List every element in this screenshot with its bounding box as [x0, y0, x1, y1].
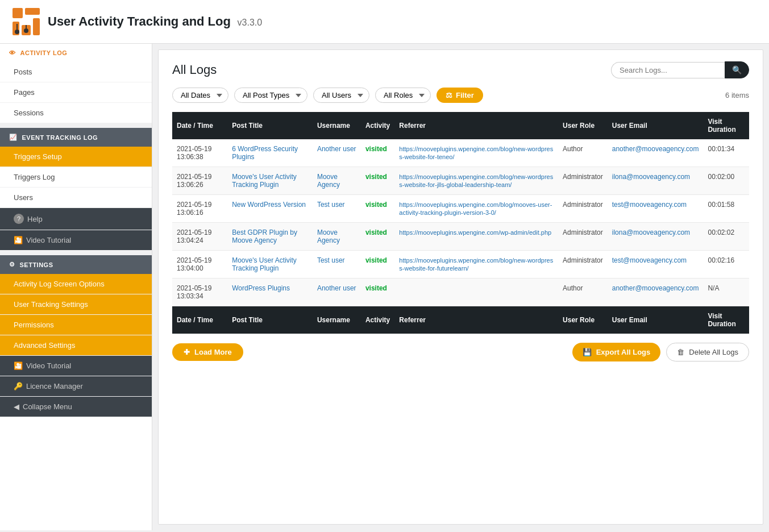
help-icon: ?	[14, 214, 24, 224]
settings-section-header: ⚙ SETTINGS	[0, 255, 152, 274]
cell-referrer[interactable]: https://mooveplugins.wpengine.com/blog/n…	[394, 251, 558, 279]
cell-activity: visited	[361, 139, 394, 167]
video-tutorial-settings-label: Video Tutorial	[26, 361, 71, 370]
col-header-post-title: Post Title	[227, 112, 313, 139]
cell-activity: visited	[361, 279, 394, 306]
table-row: 2021-05-19 13:04:00Moove's User Activity…	[172, 251, 749, 279]
export-label: Export All Logs	[596, 348, 651, 356]
sidebar-item-licence-manager[interactable]: 🔑 Licence Manager	[0, 376, 152, 397]
search-input[interactable]	[611, 62, 725, 78]
cell-activity: visited	[361, 167, 394, 195]
cell-user-email[interactable]: ilona@mooveagency.com	[608, 223, 704, 251]
cell-post-title[interactable]: New WordPress Version	[227, 195, 313, 223]
sidebar-item-advanced-settings[interactable]: Advanced Settings	[0, 335, 152, 356]
cell-username[interactable]: Test user	[313, 195, 361, 223]
delete-icon: 🗑	[677, 348, 684, 356]
col-footer-referrer: Referrer	[394, 306, 558, 334]
activity-label: visited	[365, 284, 387, 292]
sidebar-item-pages[interactable]: Pages	[0, 82, 152, 103]
activity-log-icon: 👁	[9, 49, 16, 56]
filter-roles[interactable]: All Roles	[375, 88, 431, 103]
activity-label: visited	[365, 228, 387, 236]
collapse-icon: ◀	[14, 402, 19, 411]
cell-user-email[interactable]: test@mooveagency.com	[608, 195, 704, 223]
export-button[interactable]: 💾 Export All Logs	[572, 343, 661, 361]
app-header: User Activity Tracking and Log v3.3.0	[0, 0, 769, 44]
table-row: 2021-05-19 13:03:34WordPress PluginsAnot…	[172, 279, 749, 306]
cell-user-role: Administrator	[558, 223, 608, 251]
cell-referrer[interactable]: https://mooveplugins.wpengine.com/blog/m…	[394, 195, 558, 223]
cell-referrer[interactable]: https://mooveplugins.wpengine.com/wp-adm…	[394, 223, 558, 251]
sidebar-item-permissions[interactable]: Permissions	[0, 315, 152, 335]
table-footer-actions: ✚ Load More 💾 Export All Logs 🗑 Delete A…	[172, 343, 749, 361]
sidebar-item-sessions[interactable]: Sessions	[0, 103, 152, 123]
sidebar-item-triggers-setup[interactable]: Triggers Setup	[0, 147, 152, 167]
sidebar-item-help[interactable]: ? Help	[0, 208, 152, 230]
table-body: 2021-05-19 13:06:386 WordPress Security …	[172, 139, 749, 306]
video-icon-settings: 🎦	[14, 361, 23, 370]
load-more-button[interactable]: ✚ Load More	[172, 343, 243, 361]
cell-post-title[interactable]: WordPress Plugins	[227, 279, 313, 306]
cell-user-email[interactable]: another@mooveagency.com	[608, 279, 704, 306]
search-button[interactable]: 🔍	[725, 61, 749, 78]
cell-datetime: 2021-05-19 13:06:16	[172, 195, 227, 223]
cell-username[interactable]: Another user	[313, 279, 361, 306]
cell-post-title[interactable]: 6 WordPress Security Plugins	[227, 139, 313, 167]
cell-referrer[interactable]: https://mooveplugins.wpengine.com/blog/n…	[394, 167, 558, 195]
page-header: All Logs 🔍	[172, 61, 749, 78]
page-title: All Logs	[172, 63, 217, 77]
header-title-group: User Activity Tracking and Log v3.3.0	[48, 14, 262, 29]
filter-button[interactable]: ⚖ Filter	[437, 88, 483, 103]
sidebar-item-video-tutorial-settings[interactable]: 🎦 Video Tutorial	[0, 356, 152, 376]
col-footer-user-email: User Email	[608, 306, 704, 334]
cell-visit-duration: 00:01:34	[703, 139, 749, 167]
table-row: 2021-05-19 13:06:26Moove's User Activity…	[172, 167, 749, 195]
collapse-menu-label: Collapse Menu	[23, 402, 72, 411]
filter-users[interactable]: All Users	[313, 88, 369, 103]
cell-referrer[interactable]: https://mooveplugins.wpengine.com/blog/n…	[394, 139, 558, 167]
svg-rect-1	[25, 8, 40, 15]
cell-user-email[interactable]: test@mooveagency.com	[608, 251, 704, 279]
cell-referrer[interactable]	[394, 279, 558, 306]
cell-visit-duration: N/A	[703, 279, 749, 306]
sidebar-item-activity-log-screen-options[interactable]: Activity Log Screen Options	[0, 274, 152, 294]
cell-post-title[interactable]: Best GDPR Plugin by Moove Agency	[227, 223, 313, 251]
items-count: 6 items	[725, 91, 749, 99]
cell-username[interactable]: Moove Agency	[313, 167, 361, 195]
sidebar-item-user-tracking-settings[interactable]: User Tracking Settings	[0, 294, 152, 315]
event-tracking-section-header: 📈 EVENT TRACKING LOG	[0, 128, 152, 147]
col-footer-activity: Activity	[361, 306, 394, 334]
cell-username[interactable]: Moove Agency	[313, 223, 361, 251]
settings-section-label: SETTINGS	[20, 261, 53, 268]
cell-user-email[interactable]: another@mooveagency.com	[608, 139, 704, 167]
col-footer-post-title: Post Title	[227, 306, 313, 334]
sidebar-item-posts[interactable]: Posts	[0, 62, 152, 82]
sidebar-item-triggers-log[interactable]: Triggers Log	[0, 167, 152, 188]
col-header-datetime: Date / Time	[172, 112, 227, 139]
cell-username[interactable]: Another user	[313, 139, 361, 167]
filter-post-types[interactable]: All Post Types	[234, 88, 307, 103]
col-footer-datetime: Date / Time	[172, 306, 227, 334]
cell-datetime: 2021-05-19 13:04:00	[172, 251, 227, 279]
col-footer-user-role: User Role	[558, 306, 608, 334]
filter-dates[interactable]: All Dates	[172, 88, 228, 103]
filter-button-label: Filter	[456, 91, 474, 99]
cell-post-title[interactable]: Moove's User Activity Tracking Plugin	[227, 251, 313, 279]
sidebar-item-users[interactable]: Users	[0, 188, 152, 208]
table-row: 2021-05-19 13:06:16New WordPress Version…	[172, 195, 749, 223]
cell-visit-duration: 00:01:58	[703, 195, 749, 223]
help-label: Help	[27, 215, 43, 223]
cell-post-title[interactable]: Moove's User Activity Tracking Plugin	[227, 167, 313, 195]
sidebar-item-collapse-menu[interactable]: ◀ Collapse Menu	[0, 397, 152, 417]
filter-icon: ⚖	[446, 91, 452, 99]
table-row: 2021-05-19 13:06:386 WordPress Security …	[172, 139, 749, 167]
cell-visit-duration: 00:02:02	[703, 223, 749, 251]
cell-username[interactable]: Test user	[313, 251, 361, 279]
delete-button[interactable]: 🗑 Delete All Logs	[666, 343, 749, 361]
sidebar-item-video-tutorial-top[interactable]: 🎦 Video Tutorial	[0, 230, 152, 251]
table-row: 2021-05-19 13:04:24Best GDPR Plugin by M…	[172, 223, 749, 251]
cell-user-role: Author	[558, 139, 608, 167]
cell-user-email[interactable]: ilona@mooveagency.com	[608, 167, 704, 195]
col-footer-visit-duration: Visit Duration	[703, 306, 749, 334]
content-area: All Logs 🔍 All Dates All Post Types All …	[158, 49, 763, 525]
